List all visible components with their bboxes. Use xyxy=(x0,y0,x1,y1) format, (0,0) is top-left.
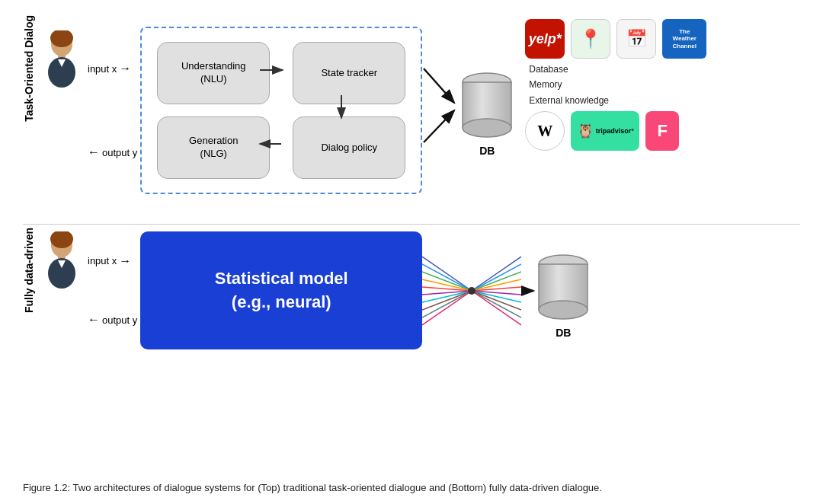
knowledge-text: DatabaseMemoryExternal knowledge xyxy=(529,62,706,108)
db-label-top: DB xyxy=(479,145,495,157)
dialog-policy-box: Dialog policy xyxy=(293,116,405,179)
svg-point-41 xyxy=(468,287,476,295)
neural-wires xyxy=(422,231,521,349)
db-label-bottom: DB xyxy=(556,327,571,339)
svg-line-11 xyxy=(424,110,454,142)
tripadvisor-icon: 🦉 tripadvisor° xyxy=(571,111,639,151)
stat-model-box: Statistical model(e.g., neural) xyxy=(140,231,422,349)
nlu-box: Understanding(NLU) xyxy=(157,42,270,104)
avatar-top xyxy=(41,30,83,91)
yelp-icon: yelp* xyxy=(525,19,565,59)
caption: Figure 1.2: Two architectures of dialogu… xyxy=(23,480,800,496)
knowledge-area: yelp* 📍 📅 TheWeatherChannel DatabaseMemo… xyxy=(525,19,706,151)
svg-line-22 xyxy=(422,264,472,291)
db-svg-bottom xyxy=(536,250,590,327)
maps-icon: 📍 xyxy=(571,19,610,59)
input-label-top: input x → xyxy=(88,62,137,75)
top-side-label: Task-Oriented Dialog xyxy=(23,15,35,129)
db-svg-top xyxy=(460,69,514,145)
svg-line-32 xyxy=(472,264,521,291)
wikipedia-icon: W xyxy=(525,111,565,151)
bottom-side-label: Fully data-driven xyxy=(23,228,35,317)
svg-point-46 xyxy=(539,301,588,319)
nlg-box: Generation(NLG) xyxy=(157,116,270,179)
main-container: Task-Oriented Dialog input x → xyxy=(0,0,823,504)
state-tracker-box: State tracker xyxy=(293,42,405,104)
output-label-top: output y ← xyxy=(88,145,137,159)
db-cylinder-top: DB xyxy=(460,69,514,157)
box-to-db-arrows xyxy=(422,27,460,194)
svg-line-10 xyxy=(424,69,454,103)
input-label-bottom: input x → xyxy=(88,254,137,268)
calendar-icon: 📅 xyxy=(616,19,656,59)
svg-line-39 xyxy=(472,291,521,317)
foursquare-icon: F xyxy=(645,111,679,151)
svg-point-14 xyxy=(463,119,511,137)
bottom-section: Fully data-driven input x → output y ← xyxy=(23,228,800,368)
svg-line-29 xyxy=(422,291,472,317)
db-cylinder-bottom: DB xyxy=(536,250,590,339)
avatar-bottom xyxy=(41,231,83,292)
output-label-bottom: output y ← xyxy=(88,313,137,327)
wires-svg xyxy=(422,245,521,337)
weather-channel-icon: TheWeatherChannel xyxy=(662,19,706,59)
dashed-flow-box: Understanding(NLU) State tracker Generat… xyxy=(140,27,422,194)
wires-to-db-arrow xyxy=(521,231,536,349)
divider xyxy=(23,224,800,225)
